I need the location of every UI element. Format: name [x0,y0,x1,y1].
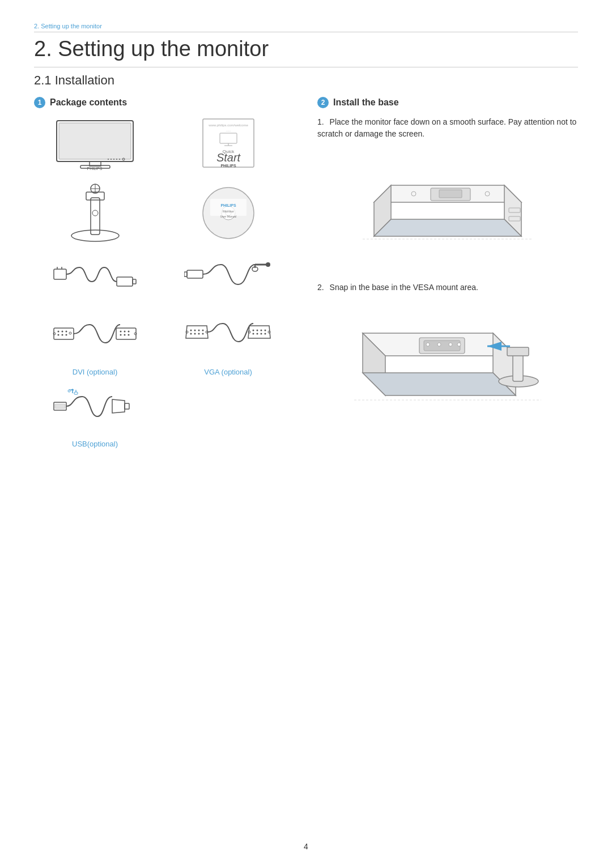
svg-point-66 [190,333,192,335]
quick-start-icon: www.philips.com/welcome ····· Quick Star… [192,116,265,173]
svg-point-55 [120,331,122,333]
audio-cable-icon [184,253,272,304]
svg-point-58 [120,334,122,336]
svg-rect-1 [59,123,131,159]
svg-point-57 [128,331,130,333]
svg-point-62 [190,330,192,331]
breadcrumb: 2. Setting up the monitor [34,23,578,32]
svg-point-76 [253,333,254,335]
svg-point-67 [194,333,196,335]
list-item [34,182,156,244]
svg-point-26 [92,210,98,216]
svg-rect-105 [513,353,523,381]
svg-rect-89 [74,392,78,394]
svg-text:PHILIPS: PHILIPS [87,167,103,171]
monitor-icon: PHILIPS [51,116,139,173]
install-step-1: 1. Place the monitor face down on a smoo… [317,116,578,140]
list-item [34,253,156,304]
svg-point-59 [124,334,126,336]
svg-text:PHILIPS: PHILIPS [220,203,236,207]
package-grid: PHILIPS [34,116,289,448]
svg-rect-40 [184,272,187,276]
svg-point-102 [449,343,452,346]
svg-rect-30 [210,199,246,216]
svg-rect-83 [55,404,65,409]
svg-point-103 [457,343,461,346]
usb-cable-icon [51,385,139,436]
vga-label: VGA (optional) [204,368,252,376]
dvi-label: DVI (optional) [73,368,117,376]
install-step-2: 2. Snap in the base in the VESA mount ar… [317,282,578,293]
svg-point-69 [202,333,204,335]
svg-point-77 [257,333,258,335]
list-item: VGA (optional) [167,313,289,376]
svg-point-52 [69,332,71,334]
svg-point-51 [66,334,67,336]
svg-rect-34 [54,269,66,279]
list-item: www.philips.com/welcome ····· Quick Star… [167,116,289,173]
svg-point-73 [257,330,258,331]
svg-text:PHILIPS: PHILIPS [220,164,236,168]
svg-point-47 [62,331,63,333]
svg-point-74 [261,330,262,331]
cd-icon: PHILIPS Monitor User Manual [194,182,262,244]
step2-num: 2. [317,283,324,292]
list-item: PHILIPS [34,116,156,173]
install-label: Install the base [333,97,399,108]
monitor-facedown-illustration [317,151,578,265]
svg-point-60 [128,334,130,336]
list-item: DVI (optional) [34,313,156,376]
list-item [167,253,289,304]
svg-point-63 [194,330,196,331]
svg-text:User Manual: User Manual [220,215,236,218]
stand-icon [61,182,129,244]
step1-text: Place the monitor face down on a smooth … [317,117,576,138]
svg-rect-54 [116,328,136,339]
svg-point-65 [202,330,204,331]
power-cable-icon [51,253,139,304]
svg-rect-92 [439,190,462,198]
two-col-layout: 1 Package contents [34,97,578,454]
page-number: 4 [304,842,308,851]
svg-text:www.philips.com/welcome: www.philips.com/welcome [208,124,248,127]
svg-point-72 [253,330,254,331]
svg-rect-45 [54,328,74,339]
svg-rect-39 [187,270,203,278]
svg-point-48 [66,331,67,333]
dvi-cable-icon [51,313,139,364]
usb-label: USB(optional) [72,440,118,448]
svg-point-50 [62,334,63,336]
svg-text:Monitor: Monitor [222,210,233,213]
left-column: 1 Package contents [34,97,306,454]
vga-cable-icon [184,313,272,364]
svg-point-68 [198,333,200,335]
svg-text:·····: ····· [226,129,231,133]
svg-point-20 [71,230,119,241]
svg-point-79 [265,333,266,335]
snap-base-illustration [317,305,578,424]
package-badge: 1 [34,97,45,108]
svg-point-64 [198,330,200,331]
right-column: 2 Install the base 1. Place the monitor … [306,97,578,454]
list-item: USB(optional) [34,385,156,448]
svg-rect-106 [507,347,529,356]
svg-text:Start: Start [216,151,241,164]
package-label: Package contents [50,97,127,108]
svg-point-75 [265,330,266,331]
svg-rect-37 [117,277,133,286]
install-heading-row: 2 Install the base [317,97,578,108]
step1-num: 1. [317,117,324,126]
svg-point-78 [261,333,262,335]
section-heading: 2.1 Installation [34,73,578,88]
svg-point-42 [266,262,270,267]
svg-point-46 [58,331,60,333]
main-title: 2. Setting up the monitor [34,37,578,67]
svg-point-100 [426,343,430,346]
svg-point-49 [58,334,60,336]
svg-rect-38 [133,279,136,284]
svg-point-101 [437,343,441,346]
svg-rect-84 [125,403,129,409]
list-item: PHILIPS Monitor User Manual [167,182,289,244]
install-badge: 2 [317,97,329,108]
page-container: 2. Setting up the monitor 2. Setting up … [0,0,612,868]
